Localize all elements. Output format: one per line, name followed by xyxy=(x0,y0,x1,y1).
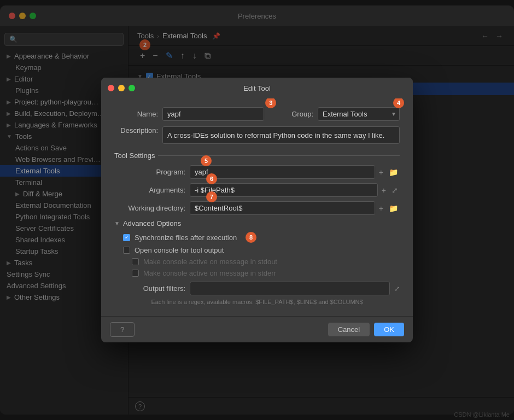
advanced-section: ▼ Advanced Options Synchronize files aft… xyxy=(114,219,400,307)
sync-files-label: Synchronize files after execution xyxy=(135,234,237,242)
group-select[interactable]: External Tools xyxy=(318,107,400,121)
arguments-row: Arguments: 6 + ⤢ xyxy=(114,183,400,197)
badge-6: 6 xyxy=(206,173,217,184)
working-dir-label: Working directory: xyxy=(114,204,185,212)
working-dir-add-icon[interactable]: + xyxy=(377,203,385,214)
output-filters-help: Each line is a regex, available macros: … xyxy=(114,299,400,307)
group-label: Group: xyxy=(291,110,313,118)
arguments-input[interactable] xyxy=(190,183,378,197)
active-stderr-row: Make console active on message in stderr xyxy=(114,269,400,277)
dialog-overlay: Edit Tool Name: 3 Group: External Tools xyxy=(0,0,514,420)
collapse-down-icon: ▼ xyxy=(114,220,120,226)
name-input[interactable] xyxy=(162,107,264,121)
program-input[interactable] xyxy=(190,165,375,179)
dialog-traffic-lights xyxy=(108,85,135,91)
active-stderr-label: Make console active on message in stderr xyxy=(143,269,276,277)
dialog-help-button[interactable]: ? xyxy=(110,322,135,337)
dialog-title-bar: Edit Tool xyxy=(101,78,413,98)
tool-settings-header-row: Tool Settings xyxy=(114,151,400,160)
program-row: Program: 5 + 📁 xyxy=(114,165,400,179)
advanced-collapse-row[interactable]: ▼ Advanced Options xyxy=(114,219,400,228)
output-filters-input[interactable] xyxy=(190,282,390,295)
dialog-body: Name: 3 Group: External Tools ▼ 4 xyxy=(101,98,413,316)
program-input-area: 5 + 📁 xyxy=(190,165,400,179)
working-dir-input[interactable] xyxy=(190,201,375,215)
active-stdout-row: Make console active on message in stdout xyxy=(114,258,400,266)
ok-button[interactable]: OK xyxy=(374,323,404,336)
output-filters-row: Output filters: ⤢ xyxy=(114,282,400,295)
working-dir-input-area: 7 + 📁 xyxy=(190,201,400,215)
arguments-input-area: 6 + ⤢ xyxy=(190,183,400,197)
sync-files-row: Synchronize files after execution 8 xyxy=(114,232,400,243)
description-row: Description: xyxy=(114,126,400,144)
badge-7: 7 xyxy=(206,191,217,202)
dialog-title: Edit Tool xyxy=(243,84,271,92)
dialog-minimize-button[interactable] xyxy=(118,85,125,91)
description-input[interactable] xyxy=(162,126,400,144)
badge-5: 5 xyxy=(201,155,212,166)
program-add-icon[interactable]: + xyxy=(377,167,385,178)
tool-settings-header: Tool Settings xyxy=(114,151,155,160)
sync-files-checkbox[interactable] xyxy=(123,234,130,241)
open-console-checkbox[interactable] xyxy=(123,247,130,254)
dialog-close-button[interactable] xyxy=(108,85,114,91)
active-stderr-checkbox[interactable] xyxy=(132,270,139,277)
arguments-label: Arguments: xyxy=(114,186,185,194)
arguments-add-icon[interactable]: + xyxy=(380,185,388,196)
name-label: Name: xyxy=(114,110,158,118)
working-dir-row: Working directory: 7 + 📁 xyxy=(114,201,400,215)
dialog-maximize-button[interactable] xyxy=(128,85,135,91)
open-console-row: Open console for tool output xyxy=(114,246,400,254)
active-stdout-checkbox[interactable] xyxy=(132,258,139,265)
working-dir-folder-icon[interactable]: 📁 xyxy=(387,203,400,214)
edit-tool-dialog: Edit Tool Name: 3 Group: External Tools xyxy=(101,78,413,342)
section-divider xyxy=(158,155,400,156)
open-console-label: Open console for tool output xyxy=(135,246,224,254)
description-label: Description: xyxy=(114,126,158,135)
badge-4: 4 xyxy=(393,98,404,108)
badge-3: 3 xyxy=(265,98,276,108)
output-filters-expand-icon[interactable]: ⤢ xyxy=(394,285,400,293)
arguments-expand-icon[interactable]: ⤢ xyxy=(390,185,400,196)
name-group-row: Name: 3 Group: External Tools ▼ 4 xyxy=(114,107,400,121)
dialog-footer: ? Cancel OK xyxy=(101,316,413,342)
badge-8: 8 xyxy=(246,232,256,243)
cancel-button[interactable]: Cancel xyxy=(328,323,370,336)
output-filters-label: Output filters: xyxy=(114,284,185,293)
program-folder-icon[interactable]: 📁 xyxy=(387,167,400,178)
advanced-header: Advanced Options xyxy=(123,219,181,228)
program-label: Program: xyxy=(114,168,185,176)
active-stdout-label: Make console active on message in stdout xyxy=(143,258,277,266)
